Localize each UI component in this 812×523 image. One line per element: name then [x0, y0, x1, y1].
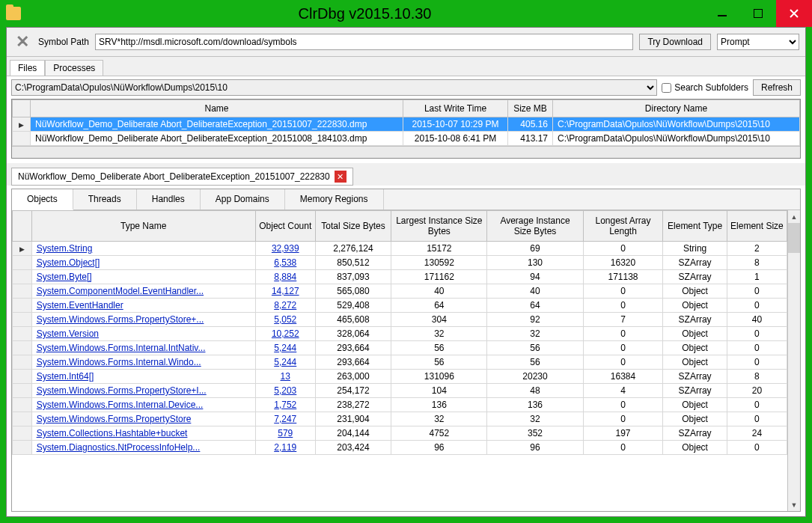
- count-link[interactable]: 32,939: [272, 243, 299, 254]
- table-row[interactable]: System.Object[] 6,538 850,512 130592 130…: [13, 256, 787, 270]
- svg-rect-1: [754, 9, 763, 18]
- dump-tabstrip: NüWorkflow_Demo_Deliberate Abort_Deliber…: [7, 163, 805, 186]
- close-button[interactable]: [776, 0, 812, 27]
- symbol-path-input[interactable]: [95, 34, 633, 50]
- count-link[interactable]: 14,127: [272, 286, 299, 296]
- tab-threads[interactable]: Threads: [73, 189, 137, 209]
- directory-select[interactable]: C:\ProgramData\Opulos\NüWorkflow\Dumps\2…: [11, 79, 657, 96]
- count-link[interactable]: 2,119: [274, 442, 296, 453]
- tab-memory-regions[interactable]: Memory Regions: [285, 189, 384, 209]
- vertical-scrollbar[interactable]: ▲▼: [787, 210, 800, 511]
- count-link[interactable]: 7,247: [274, 414, 296, 424]
- col-arrlen[interactable]: Longest Array Length: [583, 211, 663, 242]
- type-link[interactable]: System.Version: [37, 328, 99, 339]
- table-row[interactable]: System.Windows.Forms.Internal.Device... …: [13, 398, 787, 412]
- table-row[interactable]: System.Collections.Hashtable+bucket 579 …: [13, 426, 787, 441]
- type-link[interactable]: System.ComponentModel.EventHandler...: [37, 286, 204, 296]
- count-link[interactable]: 8,884: [274, 272, 296, 282]
- window-title: ClrDbg v2015.10.30: [25, 5, 704, 22]
- col-lastwrite[interactable]: Last Write Time: [403, 100, 508, 117]
- type-link[interactable]: System.Windows.Forms.Internal.IntNativ..…: [37, 343, 206, 353]
- symbol-path-label: Symbol Path: [38, 37, 89, 47]
- count-link[interactable]: 13: [281, 371, 290, 382]
- type-link[interactable]: System.EventHandler: [37, 300, 123, 311]
- type-link[interactable]: System.Windows.Forms.PropertyStore+...: [37, 314, 204, 325]
- search-subfolders-checkbox[interactable]: Search Subfolders: [662, 82, 748, 93]
- table-row[interactable]: System.Windows.Forms.Internal.Windo... 5…: [13, 355, 787, 370]
- count-link[interactable]: 5,244: [274, 357, 296, 367]
- inspector-panel: Objects Threads Handles App Domains Memo…: [11, 189, 801, 512]
- type-link[interactable]: System.Object[]: [37, 257, 100, 268]
- table-row[interactable]: System.Windows.Forms.PropertyStore+I... …: [13, 384, 787, 398]
- dump-tab-close-icon[interactable]: ✕: [335, 171, 347, 183]
- count-link[interactable]: 5,052: [274, 314, 296, 325]
- count-link[interactable]: 579: [278, 428, 293, 438]
- table-row[interactable]: System.Version 10,252 328,064 32 32 0 Ob…: [13, 327, 787, 341]
- type-link[interactable]: System.Diagnostics.NtProcessInfoHelp...: [37, 442, 201, 453]
- table-row[interactable]: System.Byte[] 8,884 837,093 171162 94 17…: [13, 270, 787, 284]
- refresh-button[interactable]: Refresh: [753, 79, 801, 96]
- col-name[interactable]: Name: [31, 100, 403, 117]
- count-link[interactable]: 5,244: [274, 343, 296, 353]
- tab-processes[interactable]: Processes: [45, 60, 103, 76]
- symbol-toolbar: ✕ Symbol Path Try Download Prompt: [7, 28, 805, 57]
- type-link[interactable]: System.Collections.Hashtable+bucket: [37, 428, 188, 438]
- count-link[interactable]: 8,272: [274, 300, 296, 311]
- clear-icon[interactable]: ✕: [13, 32, 32, 52]
- type-link[interactable]: System.Windows.Forms.PropertyStore: [37, 414, 192, 424]
- table-row[interactable]: System.Int64[] 13 263,000 131096 20230 1…: [13, 370, 787, 384]
- dump-tab[interactable]: NüWorkflow_Demo_Deliberate Abort_Deliber…: [11, 168, 353, 186]
- tab-handles[interactable]: Handles: [137, 189, 201, 209]
- titlebar[interactable]: ClrDbg v2015.10.30: [0, 0, 812, 27]
- top-tabstrip: Files Processes: [7, 57, 805, 76]
- table-row[interactable]: NüWorkflow_Demo_Deliberate Abort_Deliber…: [13, 117, 800, 132]
- count-link[interactable]: 5,203: [274, 385, 296, 396]
- col-count[interactable]: Object Count: [255, 211, 315, 242]
- count-link[interactable]: 10,252: [272, 328, 299, 339]
- type-link[interactable]: System.Windows.Forms.Internal.Windo...: [37, 357, 201, 367]
- table-row[interactable]: System.Windows.Forms.PropertyStore+... 5…: [13, 313, 787, 327]
- objects-grid[interactable]: Type Name Object Count Total Size Bytes …: [12, 210, 787, 455]
- col-typename[interactable]: Type Name: [31, 211, 255, 242]
- col-largest[interactable]: Largest Instance Size Bytes: [391, 211, 487, 242]
- col-size[interactable]: Size MB: [508, 100, 553, 117]
- table-row[interactable]: System.String 32,939 2,276,124 15172 69 …: [13, 242, 787, 256]
- table-row[interactable]: System.ComponentModel.EventHandler... 14…: [13, 284, 787, 299]
- col-dir[interactable]: Directory Name: [553, 100, 800, 117]
- type-link[interactable]: System.Windows.Forms.PropertyStore+I...: [37, 385, 207, 396]
- type-link[interactable]: System.String: [37, 243, 93, 254]
- app-icon: [6, 7, 21, 20]
- dump-tab-label: NüWorkflow_Demo_Deliberate Abort_Deliber…: [18, 171, 330, 182]
- try-download-button[interactable]: Try Download: [639, 34, 711, 50]
- inspector-tabstrip: Objects Threads Handles App Domains Memo…: [12, 189, 800, 210]
- path-row: C:\ProgramData\Opulos\NüWorkflow\Dumps\2…: [7, 76, 805, 99]
- count-link[interactable]: 1,752: [274, 400, 296, 410]
- tab-appdomains[interactable]: App Domains: [201, 189, 285, 209]
- table-row[interactable]: System.Windows.Forms.Internal.IntNativ..…: [13, 341, 787, 355]
- maximize-button[interactable]: [740, 0, 776, 27]
- minimize-button[interactable]: [704, 0, 740, 27]
- table-row[interactable]: System.Windows.Forms.PropertyStore 7,247…: [13, 412, 787, 426]
- col-esize[interactable]: Element Size: [727, 211, 787, 242]
- type-link[interactable]: System.Byte[]: [37, 272, 92, 282]
- tab-files[interactable]: Files: [10, 60, 45, 76]
- svg-rect-0: [718, 15, 727, 16]
- table-row[interactable]: NüWorkflow_Demo_Deliberate Abort_Deliber…: [13, 132, 800, 146]
- type-link[interactable]: System.Int64[]: [37, 371, 94, 382]
- files-grid[interactable]: Name Last Write Time Size MB Directory N…: [11, 99, 801, 159]
- col-avg[interactable]: Average Instance Size Bytes: [487, 211, 583, 242]
- type-link[interactable]: System.Windows.Forms.Internal.Device...: [37, 400, 204, 410]
- tab-objects[interactable]: Objects: [12, 189, 73, 210]
- col-totalsize[interactable]: Total Size Bytes: [315, 211, 391, 242]
- col-etype[interactable]: Element Type: [663, 211, 727, 242]
- prompt-select[interactable]: Prompt: [717, 34, 799, 50]
- table-row[interactable]: System.EventHandler 8,272 529,408 64 64 …: [13, 299, 787, 313]
- table-row[interactable]: System.Diagnostics.NtProcessInfoHelp... …: [13, 441, 787, 455]
- count-link[interactable]: 6,538: [274, 257, 296, 268]
